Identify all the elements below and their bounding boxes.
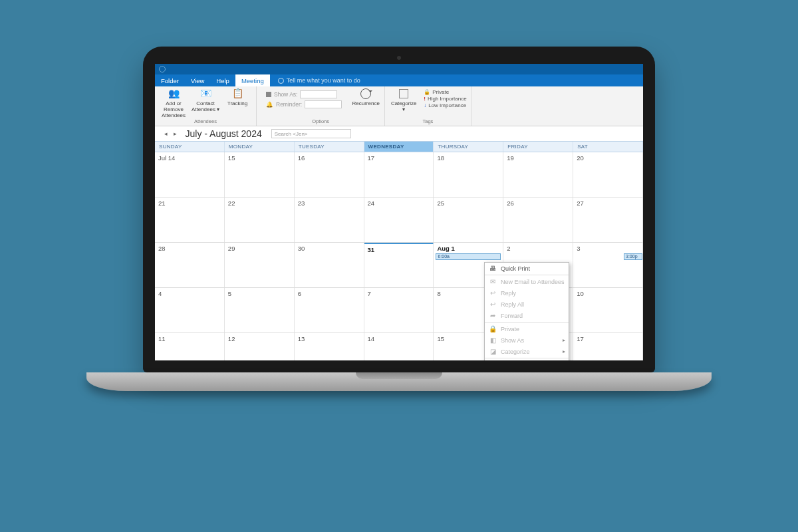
group-attendees-label: Attendees <box>194 118 217 124</box>
menu-item-label: Reply All <box>501 301 524 308</box>
menu-send-to-onenote[interactable]: Send to OneNote <box>485 359 569 360</box>
calendar-cell[interactable]: 17 <box>364 152 434 197</box>
calendar-cell[interactable]: 16 <box>295 152 364 197</box>
search-input[interactable]: Search <Jen> <box>271 129 351 138</box>
tab-meeting[interactable]: Meeting <box>235 74 270 86</box>
window-titlebar <box>155 64 643 74</box>
menu-quick-print[interactable]: 🖶Quick Print <box>485 263 569 274</box>
↩-icon: ↩ <box>489 289 497 297</box>
menu-reply: ↩Reply <box>485 287 569 299</box>
calendar-cell[interactable]: 25 <box>434 198 503 242</box>
menu-item-label: New Email to Attendees <box>501 279 565 285</box>
day-header: SAT <box>573 142 643 152</box>
reminder-row[interactable]: 🔔Reminder: <box>266 100 342 108</box>
menu-item-label: Private <box>501 326 519 332</box>
categorize-button[interactable]: Categorize ▾ <box>389 88 418 113</box>
calendar-cell[interactable]: 33:00p <box>573 243 643 287</box>
🔒-icon: 🔒 <box>489 325 497 333</box>
restore-icon[interactable] <box>159 66 166 72</box>
➦-icon: ➦ <box>489 312 497 320</box>
menu-item-label: Show As <box>501 337 524 344</box>
calendar-cell[interactable]: 15 <box>225 152 295 197</box>
🖶-icon: 🖶 <box>489 265 497 273</box>
lightbulb-icon <box>278 78 284 84</box>
calendar-cell[interactable]: 4 <box>155 288 225 332</box>
menu-new-email-to-attendees: ✉New Email to Attendees <box>485 276 569 287</box>
menu-forward: ➦Forward <box>485 310 569 321</box>
show-as-row[interactable]: Show As: <box>266 90 342 98</box>
calendar-cell[interactable]: 11 <box>155 333 225 360</box>
group-tags-label: Tags <box>422 118 433 124</box>
calendar-cell[interactable]: 13 <box>295 333 364 360</box>
calendar-cell[interactable]: 18 <box>434 152 503 197</box>
date-range-title: July - August 2024 <box>186 128 262 139</box>
↩-icon: ↩ <box>489 301 497 309</box>
◧-icon: ◧ <box>489 336 497 344</box>
✉-icon: ✉ <box>489 278 497 286</box>
high-importance-toggle[interactable]: ! High Importance <box>424 96 466 102</box>
day-header: THURSDAY <box>434 142 503 152</box>
menu-item-label: Forward <box>501 313 523 319</box>
categorize-icon <box>399 89 408 98</box>
tracking-icon: 📋 <box>230 88 245 100</box>
calendar-cell[interactable]: 27 <box>573 198 643 242</box>
menu-item-label: Reply <box>501 290 516 297</box>
calendar-cell[interactable]: 23 <box>295 198 364 242</box>
calendar-cell[interactable]: 31 <box>364 243 434 287</box>
calendar-cell[interactable]: 12 <box>225 333 295 360</box>
calendar-cell[interactable]: 22 <box>225 198 295 242</box>
calendar-cell[interactable]: 10 <box>573 288 643 332</box>
tell-me-label: Tell me what you want to do <box>287 77 360 84</box>
context-menu: 🖶Quick Print✉New Email to Attendees↩Repl… <box>484 262 569 360</box>
calendar-cell[interactable]: 20 <box>573 152 643 197</box>
appointment-chip[interactable]: 3:00p <box>624 253 642 260</box>
outlook-window: FolderViewHelpMeeting Tell me what you w… <box>155 64 643 360</box>
calendar-cell[interactable]: Jul 14 <box>155 152 225 197</box>
menu-reply-all: ↩Reply All <box>485 299 569 310</box>
calendar-nav: ◂ ▸ July - August 2024 Search <Jen> <box>155 126 643 141</box>
calendar-cell[interactable]: 28 <box>155 243 225 287</box>
calendar-cell[interactable]: 17 <box>573 333 643 360</box>
calendar-cell[interactable]: 30 <box>295 243 364 287</box>
appointment-chip[interactable]: 6:00a <box>436 253 501 260</box>
◪-icon: ◪ <box>489 348 497 356</box>
recurrence-icon <box>360 88 371 99</box>
tab-folder[interactable]: Folder <box>155 74 185 86</box>
people-icon: 👥 <box>166 88 181 100</box>
tab-view[interactable]: View <box>185 74 210 86</box>
recurrence-button[interactable]: Recurrence <box>351 88 380 107</box>
tracking-button[interactable]: 📋Tracking <box>223 88 252 118</box>
ribbon-tabs: FolderViewHelpMeeting Tell me what you w… <box>155 74 643 86</box>
add-remove-attendees-button[interactable]: 👥Add or Remove Attendees <box>159 88 188 118</box>
day-header: TUESDAY <box>295 142 364 152</box>
calendar-cell[interactable]: 14 <box>364 333 434 360</box>
day-header: FRIDAY <box>503 142 573 152</box>
tab-help[interactable]: Help <box>210 74 235 86</box>
calendar-cell[interactable]: 19 <box>503 152 573 197</box>
calendar-grid: SUNDAYMONDAYTUESDAYWEDNESDAYTHURSDAYFRID… <box>155 141 643 360</box>
menu-show-as: ◧Show As <box>485 334 569 346</box>
calendar-cell[interactable]: 6 <box>295 288 364 332</box>
menu-item-label: Categorize <box>501 348 530 355</box>
day-header-row: SUNDAYMONDAYTUESDAYWEDNESDAYTHURSDAYFRID… <box>155 141 643 152</box>
prev-next-arrows[interactable]: ◂ ▸ <box>164 130 179 137</box>
day-header: WEDNESDAY <box>364 142 434 152</box>
calendar-cell[interactable]: 21 <box>155 198 225 242</box>
calendar-cell[interactable]: 5 <box>225 288 295 332</box>
low-importance-toggle[interactable]: ↓ Low Importance <box>424 102 466 108</box>
ribbon: 👥Add or Remove Attendees 📧Contact Attend… <box>155 86 643 126</box>
day-header: MONDAY <box>225 142 295 152</box>
menu-private: 🔒Private <box>485 323 569 334</box>
day-header: SUNDAY <box>155 142 225 152</box>
menu-item-label: Quick Print <box>501 265 530 272</box>
menu-categorize: ◪Categorize <box>485 346 569 357</box>
tell-me-search[interactable]: Tell me what you want to do <box>270 74 360 86</box>
calendar-cell[interactable]: 24 <box>364 198 434 242</box>
calendar-cell[interactable]: 29 <box>225 243 295 287</box>
calendar-cell[interactable]: 7 <box>364 288 434 332</box>
calendar-cell[interactable]: 26 <box>503 198 573 242</box>
mail-icon: 📧 <box>198 88 213 100</box>
group-options-label: Options <box>312 118 329 124</box>
contact-attendees-button[interactable]: 📧Contact Attendees ▾ <box>191 88 220 118</box>
private-toggle[interactable]: 🔒 Private <box>424 89 466 95</box>
